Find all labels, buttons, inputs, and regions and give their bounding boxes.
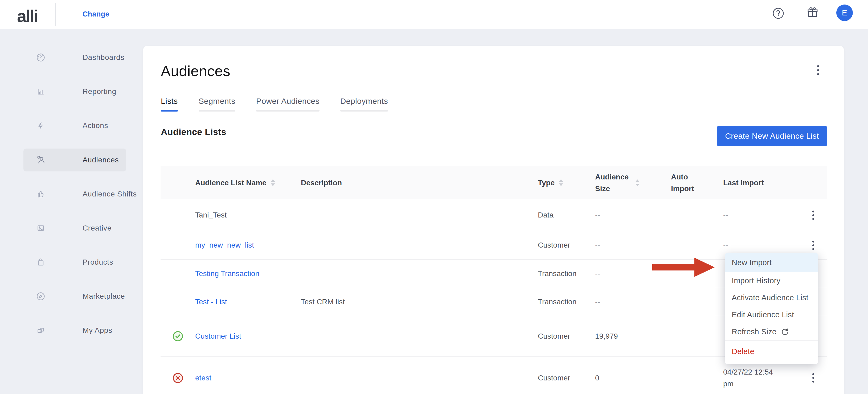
audience-size-cell: -- [595,209,671,221]
section-title: Audience Lists [161,127,226,137]
row-actions-context-menu: New Import Import History Activate Audie… [725,253,818,364]
sidebar-item-audience-shifts[interactable]: Audience Shifts [24,183,126,206]
topbar-divider [55,3,56,26]
audience-list-name-link[interactable]: Customer List [195,332,241,340]
menu-item-edit-audience-list[interactable]: Edit Audience List [725,306,818,323]
type-cell: Customer [538,372,595,384]
table-header: Audience List Name Description Type Audi… [160,166,827,200]
sidebar-item-label: Audience Shifts [83,190,137,198]
sidebar-item-creative[interactable]: Creative [24,217,126,240]
help-icon[interactable] [772,7,785,20]
menu-item-label: Delete [732,347,754,356]
column-audience-list-name: Audience List Name [195,177,301,188]
shopping-bag-icon [35,257,46,268]
error-status-icon [172,372,183,384]
tab-lists[interactable]: Lists [161,97,178,112]
sidebar-item-my-apps[interactable]: My Apps [24,319,126,342]
menu-divider [725,340,818,340]
change-account-link[interactable]: Change [83,10,110,19]
menu-item-label: New Import [732,258,772,267]
column-audience-size: Audience Size [595,171,671,194]
sidebar-item-marketplace[interactable]: Marketplace [24,285,126,308]
sort-icon[interactable] [559,179,563,186]
tab-segments[interactable]: Segments [198,97,236,112]
gauge-icon [35,52,46,63]
page-title: Audiences [161,63,230,80]
column-type: Type [538,177,595,188]
menu-item-activate-audience-list[interactable]: Activate Audience List [725,289,818,306]
tabs: Lists Segments Power Audiences Deploymen… [161,97,388,112]
column-last-import: Last Import [723,177,800,188]
menu-item-delete[interactable]: Delete [725,343,818,360]
sort-icon[interactable] [635,179,640,186]
type-cell: Data [538,209,595,221]
menu-item-label: Import History [732,276,780,285]
sidebar-item-label: My Apps [83,326,112,335]
bar-chart-icon [35,86,46,97]
audience-list-name-link[interactable]: my_new_new_list [195,241,254,249]
sidebar-item-reporting[interactable]: Reporting [24,80,126,103]
refresh-icon [781,328,789,336]
menu-item-new-import[interactable]: New Import [725,253,818,272]
sidebar-item-label: Creative [83,224,112,233]
lightning-icon [35,120,46,131]
type-cell: Customer [538,239,595,251]
tabs-underline-track [161,112,827,112]
row-actions-kebab-icon[interactable] [810,370,817,385]
sidebar-item-audiences[interactable]: Audiences [24,149,126,172]
compass-icon [35,291,46,302]
type-cell: Transaction [538,296,595,307]
column-label: Description [301,177,342,188]
page-kebab-menu-icon[interactable] [810,63,826,78]
sidebar-item-dashboards[interactable]: Dashboards [24,46,126,69]
audience-search-icon [35,155,46,165]
last-import-cell: -- [723,209,800,221]
sidebar-item-label: Actions [83,121,108,130]
audience-list-name-link[interactable]: Test - List [195,298,227,306]
sidebar-item-products[interactable]: Products [24,251,126,274]
audience-size-cell: -- [595,296,671,307]
audience-list-name: Tani_Test [195,211,226,219]
tab-deployments[interactable]: Deployments [340,97,388,112]
create-new-audience-list-button[interactable]: Create New Audience List [717,126,827,146]
column-description: Description [301,177,538,188]
sidebar-item-label: Dashboards [83,53,124,62]
sort-icon[interactable] [271,179,275,186]
sidebar-item-label: Reporting [83,87,116,96]
menu-item-label: Edit Audience List [732,310,794,319]
menu-item-label: Refresh Size [732,328,776,336]
thumbs-up-icon [35,189,46,200]
audience-size-cell: -- [595,239,671,251]
row-actions-kebab-icon[interactable] [810,208,817,222]
red-pointer-arrow [652,256,715,278]
row-actions-kebab-icon[interactable] [810,238,817,253]
menu-item-label: Activate Audience List [732,293,808,302]
image-icon [35,223,46,234]
table-row: Tani_Test Data -- -- [160,200,827,231]
success-status-icon [172,331,183,342]
menu-item-import-history[interactable]: Import History [725,272,818,289]
menu-item-refresh-size[interactable]: Refresh Size [725,323,818,340]
column-label: Audience Size [595,171,631,194]
user-avatar[interactable]: E [836,4,853,21]
tab-power-audiences[interactable]: Power Audiences [256,97,319,112]
column-auto-import: Auto Import [671,171,723,194]
avatar-initial: E [842,8,847,17]
column-label: Auto Import [671,171,707,194]
gift-icon[interactable] [806,6,819,19]
sidebar-item-label: Marketplace [83,292,125,301]
column-label: Last Import [723,177,764,188]
column-label: Type [538,177,555,188]
last-import-cell: 04/27/22 12:54 pm [723,366,784,390]
audience-list-name-link[interactable]: etest [195,374,211,382]
sidebar-item-label: Products [83,258,113,267]
audience-list-name-link[interactable]: Testing Transaction [195,269,259,278]
sidebar-item-actions[interactable]: Actions [24,114,126,137]
audience-size-cell: 19,979 [595,330,671,342]
last-import-cell: -- [723,239,800,251]
type-cell: Customer [538,330,595,342]
type-cell: Transaction [538,268,595,279]
description-cell: Test CRM list [301,296,538,307]
app-logo: alli [17,6,37,26]
column-label: Audience List Name [195,177,267,188]
